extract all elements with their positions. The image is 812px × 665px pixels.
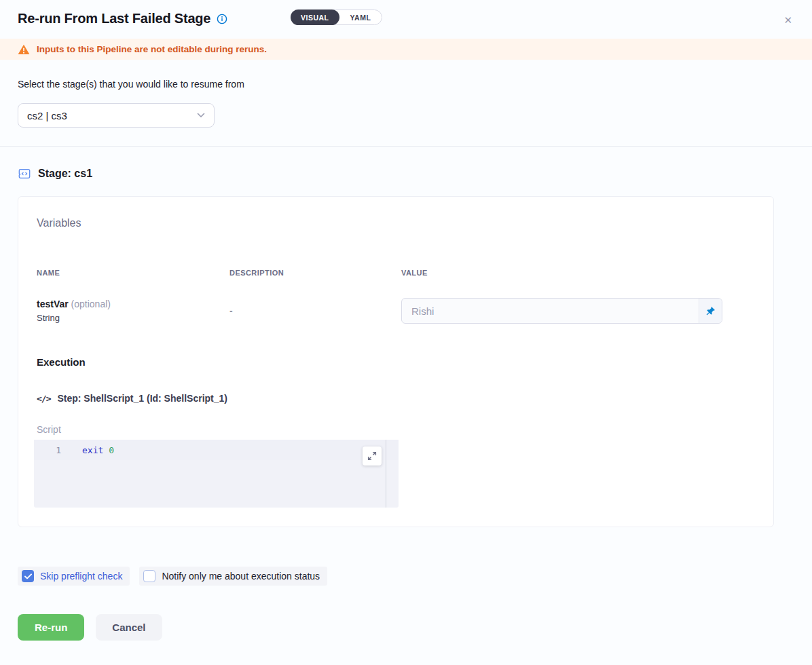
custom-stage-icon — [18, 167, 31, 180]
toggle-visual-button[interactable]: VISUAL — [291, 10, 339, 25]
visual-yaml-toggle: VISUAL YAML — [291, 10, 382, 25]
editor-code: exit 0 — [75, 445, 114, 455]
variable-description: - — [229, 305, 401, 316]
variable-value-field — [401, 298, 722, 324]
column-header-name: NAME — [37, 269, 229, 277]
step-label: Step: ShellScript_1 (Id: ShellScript_1) — [57, 393, 227, 404]
editor-line: 1 exit 0 — [34, 440, 399, 460]
editor-scrollbar[interactable] — [386, 440, 386, 508]
page-title: Re-run From Last Failed Stage — [18, 11, 210, 26]
column-header-description: DESCRIPTION — [229, 269, 401, 277]
pin-icon[interactable] — [699, 299, 722, 323]
variable-name: testVar — [37, 299, 69, 309]
toggle-yaml-button[interactable]: YAML — [339, 14, 382, 22]
stage-select-dropdown[interactable]: cs2 | cs3 — [18, 103, 215, 128]
skip-preflight-checkbox[interactable] — [22, 570, 34, 582]
execution-section-title: Execution — [37, 356, 755, 368]
code-argument: 0 — [109, 445, 114, 455]
stage-select-label: Select the stage(s) that you would like … — [18, 79, 794, 90]
step-heading: </> Step: ShellScript_1 (Id: ShellScript… — [37, 393, 755, 404]
stage-heading: Stage: cs1 — [18, 167, 794, 180]
stage-inputs-card: Variables NAME DESCRIPTION VALUE testVar… — [18, 196, 774, 527]
variable-type: String — [37, 313, 229, 323]
skip-preflight-label: Skip preflight check — [40, 571, 122, 582]
cancel-button[interactable]: Cancel — [96, 614, 162, 641]
modal-body: Stage: cs1 Variables NAME DESCRIPTION VA… — [0, 147, 812, 641]
warning-icon — [18, 44, 30, 55]
stage-select-section: Select the stage(s) that you would like … — [0, 60, 812, 147]
notify-only-me-label: Notify only me about execution status — [162, 571, 320, 582]
info-icon[interactable] — [217, 14, 227, 24]
close-icon[interactable]: ✕ — [783, 15, 792, 25]
skip-preflight-option[interactable]: Skip preflight check — [18, 567, 130, 586]
column-header-value: VALUE — [401, 269, 755, 277]
action-buttons: Re-run Cancel — [18, 614, 794, 641]
script-code-editor[interactable]: 1 exit 0 — [34, 440, 399, 508]
warning-text: Inputs to this Pipeline are not editable… — [37, 44, 267, 54]
expand-editor-button[interactable] — [363, 446, 382, 466]
rerun-button[interactable]: Re-run — [18, 614, 84, 641]
warning-banner: Inputs to this Pipeline are not editable… — [0, 39, 812, 60]
notify-only-me-option[interactable]: Notify only me about execution status — [139, 567, 327, 586]
editor-line-number: 1 — [34, 445, 75, 455]
stage-heading-label: Stage: cs1 — [38, 168, 92, 180]
run-options: Skip preflight check Notify only me abou… — [18, 567, 794, 586]
variable-optional-tag: (optional) — [71, 299, 111, 309]
variable-value-input[interactable] — [402, 299, 699, 323]
code-keyword: exit — [82, 445, 103, 455]
variable-row: testVar (optional) String - — [37, 298, 755, 324]
variables-table-header: NAME DESCRIPTION VALUE — [37, 269, 755, 277]
expand-icon — [367, 451, 377, 461]
stage-select-value: cs2 | cs3 — [27, 110, 67, 121]
notify-only-me-checkbox[interactable] — [143, 570, 155, 582]
code-step-icon: </> — [37, 394, 50, 404]
chevron-down-icon — [197, 113, 205, 118]
script-field-label: Script — [37, 424, 755, 435]
variable-name-cell: testVar (optional) String — [37, 299, 229, 323]
variables-section-title: Variables — [37, 217, 755, 229]
modal-header: Re-run From Last Failed Stage VISUAL YAM… — [0, 0, 812, 39]
